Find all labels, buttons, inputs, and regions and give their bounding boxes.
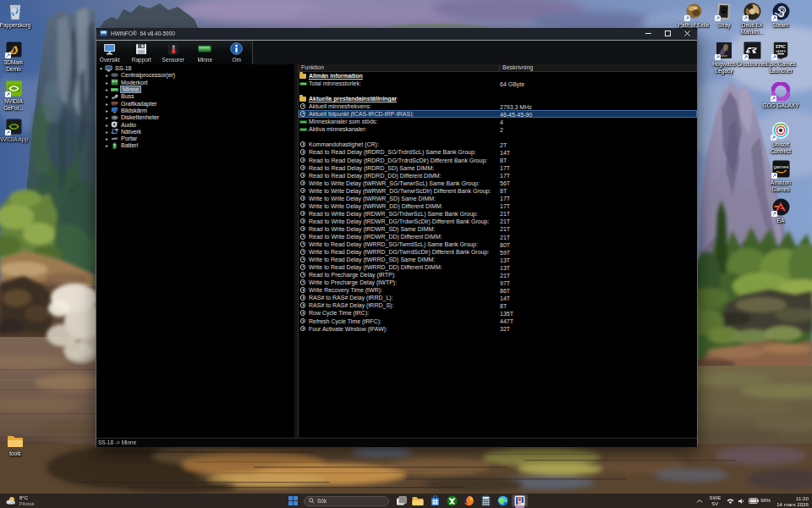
svg-text:GAMES: GAMES	[776, 50, 787, 53]
svg-text:games: games	[773, 164, 788, 169]
svg-text:EPIC: EPIC	[776, 44, 786, 49]
